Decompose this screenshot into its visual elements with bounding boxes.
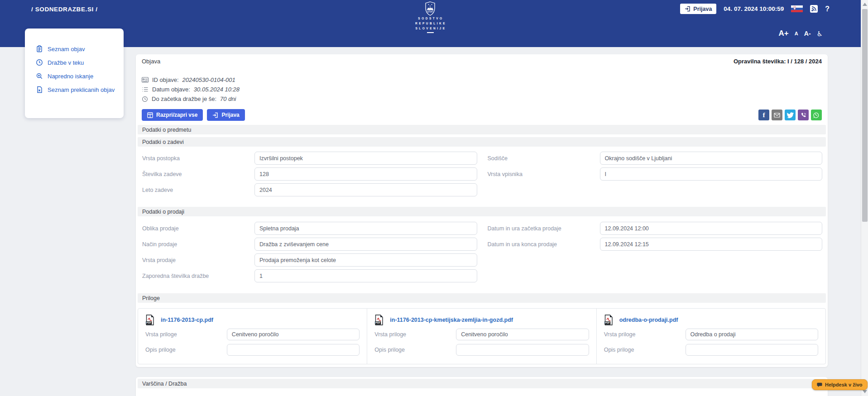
action-buttons: Razpri/zapri vse Prijava — [142, 109, 245, 121]
emblem-text-line: SODSTVO — [408, 16, 453, 21]
field-input-vrsta-prodaje[interactable] — [254, 253, 477, 267]
id-card-icon — [142, 77, 149, 83]
scrollbar-down-arrow-icon[interactable] — [863, 390, 867, 393]
attachment-file-link[interactable]: in-1176-2013-cp.pdf — [161, 317, 213, 323]
page-scrollbar[interactable] — [861, 0, 868, 396]
attachment-type-input[interactable] — [686, 329, 818, 340]
expand-collapse-all-button[interactable]: Razpri/zapri vse — [142, 109, 203, 121]
clock-datetime: 04. 07. 2024 10:00:59 — [724, 5, 784, 12]
field-input-sodisce[interactable] — [600, 152, 823, 165]
field-input-oblika-prodaje[interactable] — [254, 222, 477, 235]
rss-icon[interactable] — [810, 5, 818, 13]
field-input-stevilka-zadeve[interactable] — [254, 167, 477, 181]
login-icon — [685, 6, 691, 12]
case-number: Opravilna številka: I / 128 / 2024 — [734, 58, 822, 65]
share-twitter-button[interactable] — [785, 110, 796, 120]
sidebar-item-seznam-objav[interactable]: Seznam objav — [25, 42, 124, 56]
attachment-item: PDF in-1176-2013-cp-kmetijska-zemljia-in… — [367, 309, 596, 364]
clipboard-list-icon — [36, 45, 43, 52]
expand-collapse-all-label: Razpri/zapri vse — [156, 112, 197, 118]
facebook-icon: f — [763, 111, 765, 119]
field-input-leto-zadeve[interactable] — [254, 183, 477, 196]
login-icon — [212, 112, 218, 118]
attachment-description-input[interactable] — [456, 344, 589, 356]
page: / SODNEDRAZBE.SI / SODSTVO REPUBLIKE SLO… — [0, 0, 868, 396]
email-icon — [774, 113, 780, 118]
login-button-label: Prijava — [221, 112, 239, 118]
sidebar-item-drazbe-v-teku[interactable]: Dražbe v teku — [25, 56, 124, 69]
login-button[interactable]: Prijava — [207, 109, 245, 121]
share-viber-button[interactable] — [798, 110, 809, 120]
field-input-vrsta-vpisnika[interactable] — [600, 167, 823, 181]
svg-text:PDF: PDF — [605, 321, 610, 324]
scrollbar-up-arrow-icon[interactable] — [863, 3, 867, 6]
field-zaporedna-stevilka-drazbe: Zaporedna številka dražbe — [139, 269, 477, 282]
font-increase-button[interactable]: A+ — [779, 29, 789, 38]
attachment-item: PDF odredba-o-prodaji.pdf Vrsta priloge … — [597, 309, 825, 364]
attachment-type-input[interactable] — [227, 329, 360, 340]
header-login-label: Prijava — [693, 6, 712, 12]
attachment-type-row: Vrsta priloge — [604, 329, 818, 340]
attachment-description-input[interactable] — [227, 344, 360, 356]
slovenian-flag-icon[interactable] — [791, 5, 803, 12]
varscina-drazba-card: Varščina / Dražba — [136, 377, 828, 396]
meta-value: 30.05.2024 10:28 — [194, 86, 240, 93]
field-input-datum-zacetka-prodaje[interactable] — [600, 222, 823, 235]
meta-label: ID objave: — [152, 76, 179, 83]
case-data-fields: Vrsta postopka Številka zadeve Leto zade… — [139, 152, 822, 196]
sidebar-item-napredno-iskanje[interactable]: Napredno iskanje — [25, 69, 124, 83]
whatsapp-icon — [813, 112, 820, 118]
sidebar-item-seznam-preklicanih-objav[interactable]: Seznam preklicanih objav — [25, 83, 124, 96]
field-label: Opis priloge — [604, 347, 686, 353]
field-vrsta-prodaje: Vrsta prodaje — [139, 253, 477, 267]
attachment-file-link[interactable]: odredba-o-prodaji.pdf — [619, 317, 678, 323]
attachments-container: PDF in-1176-2013-cp.pdf Vrsta priloge Op… — [138, 308, 826, 364]
field-label: Opis priloge — [145, 347, 227, 353]
attachment-type-input[interactable] — [456, 329, 589, 340]
meta-id-row: ID objave: 20240530-0104-001 — [142, 75, 240, 85]
attachment-item: PDF in-1176-2013-cp.pdf Vrsta priloge Op… — [138, 309, 367, 364]
section-header-priloge[interactable]: Priloge — [138, 293, 826, 303]
chat-bubble-icon — [817, 382, 822, 387]
section-header-podatki-o-prodaji[interactable]: Podatki o prodaji — [138, 207, 826, 216]
sidebar-item-label: Seznam preklicanih objav — [48, 86, 115, 93]
advanced-search-icon — [36, 72, 43, 80]
sidebar: Seznam objav Dražbe v teku Napredno iska… — [25, 29, 124, 118]
field-label: Vrsta priloge — [145, 331, 227, 338]
field-input-nacin-prodaje[interactable] — [254, 238, 477, 251]
share-whatsapp-button[interactable] — [811, 110, 822, 120]
section-header-varscina-drazba[interactable]: Varščina / Dražba — [138, 379, 826, 388]
section-header-podatki-o-zadevi[interactable]: Podatki o zadevi — [138, 137, 826, 147]
field-leto-zadeve: Leto zadeve — [139, 183, 477, 196]
field-datum-konca-prodaje: Datum in ura konca prodaje — [484, 238, 823, 251]
field-input-vrsta-postopka[interactable] — [254, 152, 477, 165]
svg-text:PDF: PDF — [375, 321, 381, 324]
attachment-description-input[interactable] — [686, 344, 818, 356]
field-label: Datum in ura začetka prodaje — [484, 225, 600, 232]
site-logo[interactable]: / SODNEDRAZBE.SI / — [31, 6, 98, 13]
pdf-file-icon: PDF — [145, 315, 154, 325]
attachment-description-row: Opis priloge — [604, 344, 818, 356]
emblem-underline — [427, 32, 434, 33]
field-input-datum-konca-prodaje[interactable] — [600, 238, 823, 251]
font-normal-button[interactable]: A — [795, 31, 798, 36]
top-header: / SODNEDRAZBE.SI / SODSTVO REPUBLIKE SLO… — [0, 0, 861, 47]
field-label: Datum in ura konca prodaje — [484, 241, 600, 248]
header-login-button[interactable]: Prijava — [680, 4, 716, 14]
accessibility-icon[interactable]: ♿ — [817, 30, 823, 37]
live-helpdesk-button[interactable]: Helpdesk v živo — [812, 379, 868, 390]
field-label: Vrsta postopka — [139, 155, 254, 162]
emblem-text-line: REPUBLIKE — [408, 21, 453, 26]
field-input-zaporedna-stevilka-drazbe[interactable] — [254, 269, 477, 282]
section-header-podatki-o-predmetu[interactable]: Podatki o predmetu — [138, 125, 826, 134]
share-facebook-button[interactable]: f — [758, 110, 769, 120]
attachment-file-link[interactable]: in-1176-2013-cp-kmetijska-zemljia-in-goz… — [390, 317, 513, 323]
share-email-button[interactable] — [772, 110, 782, 120]
font-decrease-button[interactable]: A- — [804, 30, 811, 37]
field-sodisce: Sodišče — [484, 152, 823, 165]
sidebar-item-label: Dražbe v teku — [48, 59, 84, 66]
meta-value: 20240530-0104-001 — [182, 76, 235, 83]
scrollbar-thumb[interactable] — [862, 9, 868, 222]
help-icon[interactable]: ? — [825, 5, 830, 13]
meta-label: Datum objave: — [152, 86, 190, 93]
